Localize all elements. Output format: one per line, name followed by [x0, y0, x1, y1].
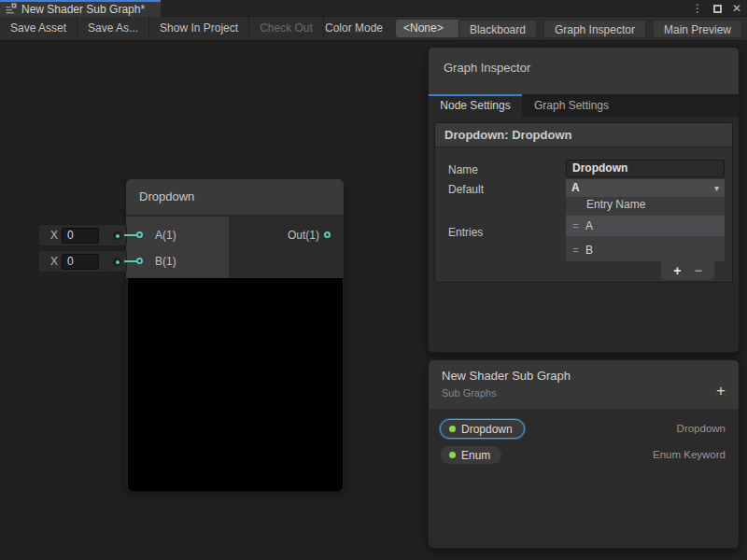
input-port-a[interactable] — [136, 231, 143, 238]
main-preview-toggle-button[interactable]: Main Preview — [653, 20, 742, 38]
input-a-axis-label: X — [50, 229, 58, 242]
remove-entry-button[interactable]: − — [695, 261, 702, 280]
name-input[interactable]: Dropdown — [566, 160, 725, 177]
tab-node-settings[interactable]: Node Settings — [429, 94, 522, 117]
window-controls: ⋮ ✕ — [692, 0, 741, 17]
drag-handle-icon[interactable]: = — [566, 245, 585, 256]
graph-inspector-header[interactable]: Graph Inspector — [429, 48, 739, 94]
shader-graph-icon — [6, 1, 17, 18]
input-b-value-field[interactable]: 0 — [62, 254, 99, 270]
property-type-label: Dropdown — [677, 419, 726, 439]
pill-label: Enum — [461, 449, 490, 462]
blackboard-title: New Shader Sub Graph — [442, 369, 739, 383]
add-entry-button[interactable]: + — [673, 261, 681, 280]
wire-b — [124, 260, 137, 262]
close-icon[interactable]: ✕ — [732, 0, 741, 17]
default-label: Default — [448, 183, 484, 196]
input-a-default-widget: X 0 — [38, 224, 127, 246]
enum-property-pill[interactable]: Enum — [440, 445, 502, 465]
toolbar-left-group: Save Asset Save As... Show In Project Ch… — [0, 17, 324, 40]
save-as-button[interactable]: Save As... — [78, 17, 149, 40]
property-type-label: Enum Keyword — [653, 445, 726, 465]
graph-inspector-toggle-button[interactable]: Graph Inspector — [543, 20, 646, 38]
default-dropdown[interactable]: A ▾ — [566, 179, 725, 197]
graph-inspector-title: Graph Inspector — [444, 61, 530, 75]
maximize-icon[interactable] — [713, 5, 722, 13]
document-tab[interactable]: New Shader Sub Graph* — [0, 0, 161, 17]
color-mode-label: Color Mode — [325, 17, 383, 40]
entry-row-a[interactable]: = A — [566, 216, 725, 236]
chevron-down-icon: ▾ — [714, 179, 719, 197]
entry-name: A — [585, 219, 593, 232]
exposed-dot-icon — [449, 452, 456, 458]
entry-row-b[interactable]: = B — [566, 240, 725, 260]
output-port-label: Out(1) — [261, 229, 319, 242]
show-in-project-button[interactable]: Show In Project — [149, 17, 249, 40]
section-title: Dropdown: Dropdown — [435, 123, 732, 147]
drag-handle-icon[interactable]: = — [566, 220, 585, 231]
more-options-icon[interactable]: ⋮ — [692, 0, 703, 17]
node-title[interactable]: Dropdown — [126, 179, 344, 217]
name-label: Name — [448, 163, 478, 176]
entries-label: Entries — [448, 226, 483, 239]
output-port[interactable] — [324, 231, 331, 238]
blackboard-header[interactable]: New Shader Sub Graph Sub Graphs + — [429, 360, 739, 409]
entries-footer: + − — [661, 261, 714, 280]
color-mode-value: <None> — [403, 21, 444, 35]
toolbar-right-group: Blackboard Graph Inspector Main Preview — [458, 20, 742, 38]
input-b-connector-dot — [113, 258, 121, 266]
tab-graph-settings[interactable]: Graph Settings — [522, 94, 621, 117]
inspector-body: Dropdown: Dropdown Name Dropdown Default… — [429, 117, 739, 352]
graph-toolbar: Save Asset Save As... Show In Project Ch… — [0, 17, 747, 41]
dropdown-settings-section: Dropdown: Dropdown Name Dropdown Default… — [434, 122, 733, 283]
entries-column-header: Entry Name — [566, 197, 725, 213]
wire-a — [124, 234, 137, 236]
blackboard-toggle-button[interactable]: Blackboard — [458, 20, 537, 38]
node-preview — [128, 278, 343, 491]
dropdown-node[interactable]: Dropdown — [126, 179, 344, 491]
graph-inspector-panel: Graph Inspector Node Settings Graph Sett… — [428, 47, 740, 353]
input-port-b-label: B(1) — [155, 255, 176, 268]
input-b-default-widget: X 0 — [38, 250, 127, 273]
input-port-b[interactable] — [136, 258, 143, 264]
entries-list: Entry Name = A = B — [566, 197, 725, 261]
add-property-button[interactable]: + — [716, 383, 726, 399]
dropdown-property-pill[interactable]: Dropdown — [440, 419, 525, 439]
node-body — [126, 217, 344, 278]
node-input-column — [126, 217, 229, 278]
blackboard-row-enum: Enum Enum Keyword — [429, 445, 740, 465]
input-a-value-field[interactable]: 0 — [62, 228, 99, 244]
entries-rows: = A = B — [566, 213, 725, 261]
input-port-a-label: A(1) — [155, 229, 176, 242]
pill-label: Dropdown — [461, 423, 513, 436]
check-out-button: Check Out — [249, 17, 324, 40]
input-a-connector-dot — [113, 231, 121, 240]
blackboard-panel: New Shader Sub Graph Sub Graphs + Dropdo… — [428, 359, 740, 549]
blackboard-subtitle: Sub Graphs — [442, 387, 739, 399]
inspector-tabs: Node Settings Graph Settings — [429, 94, 739, 117]
document-tab-bar: New Shader Sub Graph* ⋮ ✕ — [0, 0, 747, 17]
unity-shader-graph-window: New Shader Sub Graph* ⋮ ✕ Save Asset Sav… — [0, 0, 747, 560]
entry-name: B — [585, 244, 593, 257]
save-asset-button[interactable]: Save Asset — [0, 17, 78, 40]
default-dropdown-value: A — [571, 181, 580, 194]
input-b-axis-label: X — [50, 255, 58, 268]
exposed-dot-icon — [449, 426, 456, 432]
node-output-column — [229, 217, 344, 278]
blackboard-row-dropdown: Dropdown Dropdown — [429, 419, 740, 439]
document-tab-title: New Shader Sub Graph* — [21, 3, 145, 16]
